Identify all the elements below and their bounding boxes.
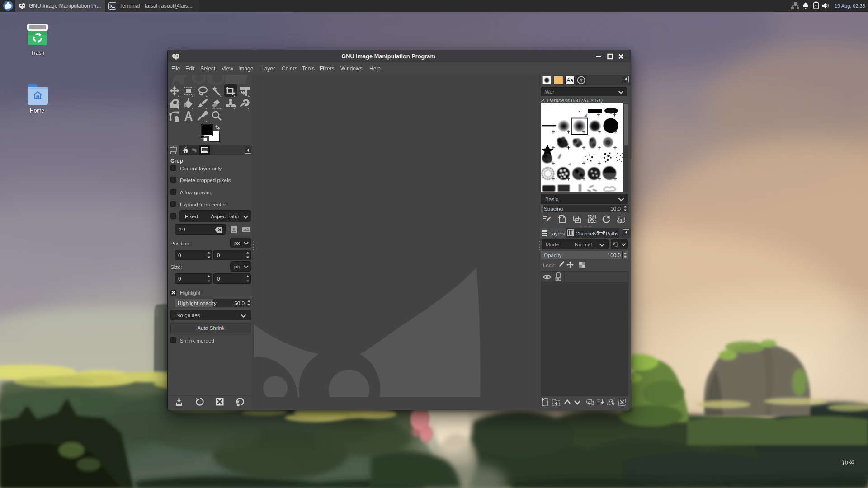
- svg-text:Toka: Toka: [841, 458, 855, 466]
- svg-text:?: ?: [580, 78, 583, 83]
